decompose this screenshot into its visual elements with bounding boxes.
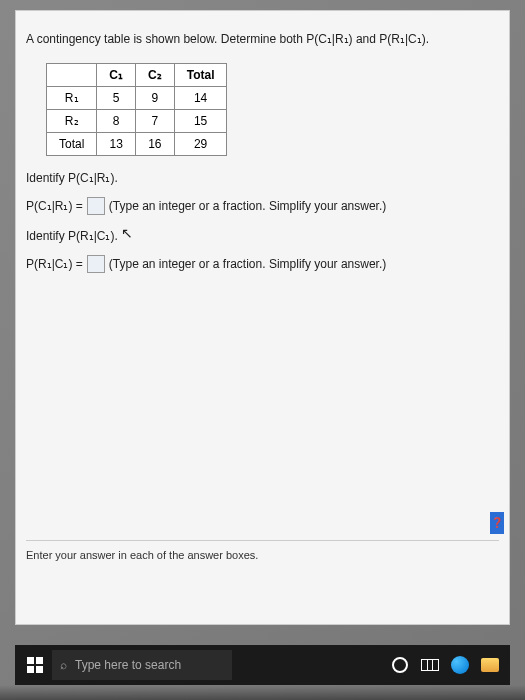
windows-icon — [27, 657, 43, 673]
row-label-r1: R₁ — [47, 86, 97, 109]
help-tab[interactable]: ❓ — [490, 512, 504, 534]
identify-line-2: Identify P(R₁|C₁). ↖ — [26, 227, 499, 243]
row-label-total: Total — [47, 132, 97, 155]
edge-icon — [451, 656, 469, 674]
header-blank — [47, 63, 97, 86]
cell: 7 — [136, 109, 175, 132]
search-placeholder: Type here to search — [75, 658, 181, 672]
answer1-hint: (Type an integer or a fraction. Simplify… — [109, 199, 386, 213]
shadow-overlay — [0, 685, 525, 700]
cortana-button[interactable] — [385, 650, 415, 680]
row-label-r2: R₂ — [47, 109, 97, 132]
header-c2: C₂ — [136, 63, 175, 86]
cortana-icon — [392, 657, 408, 673]
answer1-prefix: P(C₁|R₁) = — [26, 199, 83, 213]
svg-rect-2 — [27, 666, 34, 673]
cell: 14 — [174, 86, 227, 109]
folder-icon — [481, 658, 499, 672]
cell: 29 — [174, 132, 227, 155]
task-view-button[interactable] — [415, 650, 445, 680]
header-c1: C₁ — [97, 63, 136, 86]
cell: 16 — [136, 132, 175, 155]
cursor-icon: ↖ — [121, 225, 133, 241]
cell: 5 — [97, 86, 136, 109]
contingency-table: C₁ C₂ Total R₁ 5 9 14 R₂ 8 7 15 Total 13… — [46, 63, 227, 156]
table-row: R₁ 5 9 14 — [47, 86, 227, 109]
windows-taskbar: ⌕ Type here to search — [15, 645, 510, 685]
svg-rect-3 — [36, 666, 43, 673]
answer-input-2[interactable] — [87, 255, 105, 273]
cell: 9 — [136, 86, 175, 109]
cell: 13 — [97, 132, 136, 155]
answer-input-1[interactable] — [87, 197, 105, 215]
cell: 8 — [97, 109, 136, 132]
search-icon: ⌕ — [60, 658, 67, 672]
taskbar-search[interactable]: ⌕ Type here to search — [52, 650, 232, 680]
start-button[interactable] — [20, 650, 50, 680]
task-view-icon — [421, 659, 439, 671]
edge-button[interactable] — [445, 650, 475, 680]
answer-line-2: P(R₁|C₁) = (Type an integer or a fractio… — [26, 255, 499, 273]
footer-instruction: Enter your answer in each of the answer … — [26, 540, 499, 569]
header-total: Total — [174, 63, 227, 86]
answer2-prefix: P(R₁|C₁) = — [26, 257, 83, 271]
identify-line-1: Identify P(C₁|R₁). — [26, 171, 499, 185]
table-row: R₂ 8 7 15 — [47, 109, 227, 132]
answer-line-1: P(C₁|R₁) = (Type an integer or a fractio… — [26, 197, 499, 215]
question-intro: A contingency table is shown below. Dete… — [26, 31, 499, 48]
explorer-button[interactable] — [475, 650, 505, 680]
table-header-row: C₁ C₂ Total — [47, 63, 227, 86]
svg-rect-1 — [36, 657, 43, 664]
svg-rect-0 — [27, 657, 34, 664]
question-page: A contingency table is shown below. Dete… — [15, 10, 510, 625]
answer2-hint: (Type an integer or a fraction. Simplify… — [109, 257, 386, 271]
cell: 15 — [174, 109, 227, 132]
table-row: Total 13 16 29 — [47, 132, 227, 155]
